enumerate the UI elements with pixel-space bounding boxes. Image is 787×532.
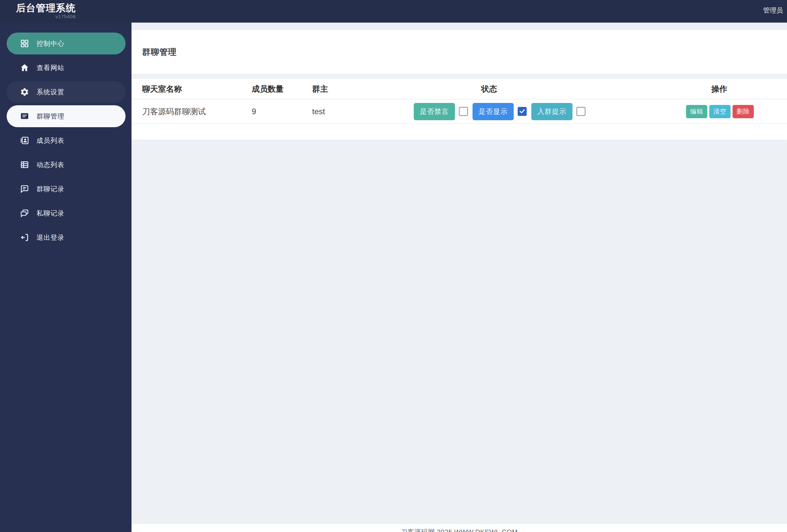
cell-actions: 编辑 清空 删除 — [684, 105, 787, 118]
sidebar-item-label: 查看网站 — [37, 63, 64, 72]
join-notice-checkbox[interactable] — [576, 107, 586, 116]
delete-button[interactable]: 删除 — [732, 105, 754, 118]
sidebar: 控制中心 查看网站 系统设置 — [0, 23, 131, 532]
sidebar-item-label: 动态列表 — [37, 161, 64, 169]
topbar: 后台管理系统 v175406 管理员 — [0, 0, 787, 23]
sidebar-item-logout[interactable]: 退出登录 — [7, 227, 126, 249]
chat-record-icon — [20, 184, 29, 194]
table-row: 刀客源码群聊测试 9 test 是否禁言 是否显示 入群提示 — [131, 99, 787, 124]
sidebar-item-group-chat-records[interactable]: 群聊记录 — [7, 178, 126, 200]
sidebar-item-label: 退出登录 — [37, 233, 64, 242]
main-content: 群聊管理 聊天室名称 成员数量 群主 状态 操作 刀客源码群聊测试 9 test… — [131, 23, 787, 532]
home-icon — [20, 63, 29, 72]
cell-status: 是否禁言 是否显示 入群提示 — [414, 103, 684, 120]
logout-icon — [20, 233, 29, 242]
dashboard-icon — [20, 39, 29, 48]
cell-chatroom-name: 刀客源码群聊测试 — [142, 106, 252, 117]
sidebar-item-system-settings[interactable]: 系统设置 — [7, 81, 126, 103]
group-chat-icon — [20, 111, 29, 121]
footer-text: 刀客源码网 2025 WWW.DKEWL.COM — [401, 528, 518, 532]
mute-toggle-button[interactable]: 是否禁言 — [414, 103, 455, 120]
app-version: v175406 — [56, 14, 76, 19]
footer: 刀客源码网 2025 WWW.DKEWL.COM — [131, 524, 787, 532]
group-chat-table: 聊天室名称 成员数量 群主 状态 操作 刀客源码群聊测试 9 test 是否禁言… — [131, 79, 787, 140]
column-header-owner: 群主 — [312, 84, 414, 94]
sidebar-item-private-chat-records[interactable]: 私聊记录 — [7, 202, 126, 224]
table-list-icon — [20, 160, 29, 169]
sidebar-item-label: 群聊记录 — [37, 185, 64, 194]
sidebar-item-label: 群聊管理 — [37, 112, 64, 121]
gear-icon — [20, 87, 29, 97]
user-menu[interactable]: 管理员 — [763, 0, 787, 15]
app-title: 后台管理系统 — [16, 3, 76, 13]
sidebar-item-label: 成员列表 — [37, 136, 64, 145]
visible-toggle-button[interactable]: 是否显示 — [472, 103, 514, 120]
sidebar-item-group-chat-management[interactable]: 群聊管理 — [7, 105, 126, 127]
sidebar-item-activity-list[interactable]: 动态列表 — [7, 154, 126, 176]
column-header-actions: 操作 — [684, 84, 787, 94]
sidebar-item-member-list[interactable]: 成员列表 — [7, 129, 126, 151]
brand: 后台管理系统 v175406 — [0, 0, 76, 19]
sidebar-item-label: 控制中心 — [37, 39, 64, 48]
column-header-status: 状态 — [414, 84, 684, 94]
cell-member-count: 9 — [252, 107, 312, 116]
mute-checkbox[interactable] — [459, 107, 468, 116]
column-header-name: 聊天室名称 — [142, 84, 252, 94]
screen: 后台管理系统 v175406 管理员 控制中心 查看网站 — [0, 0, 787, 532]
sidebar-item-view-site[interactable]: 查看网站 — [7, 57, 126, 79]
page-header-card: 群聊管理 — [131, 30, 787, 74]
cell-owner: test — [312, 107, 414, 116]
sidebar-item-control-center[interactable]: 控制中心 — [7, 33, 126, 55]
page-title: 群聊管理 — [142, 46, 177, 58]
table-header-row: 聊天室名称 成员数量 群主 状态 操作 — [131, 79, 787, 99]
edit-button[interactable]: 编辑 — [686, 105, 707, 118]
sidebar-item-label: 私聊记录 — [37, 209, 64, 218]
clear-button[interactable]: 清空 — [709, 105, 730, 118]
visible-checkbox[interactable] — [518, 107, 527, 116]
private-chat-icon — [20, 209, 29, 218]
join-notice-toggle-button[interactable]: 入群提示 — [531, 103, 573, 120]
sidebar-item-label: 系统设置 — [37, 88, 64, 97]
member-card-icon — [20, 136, 29, 145]
column-header-members: 成员数量 — [252, 84, 312, 94]
